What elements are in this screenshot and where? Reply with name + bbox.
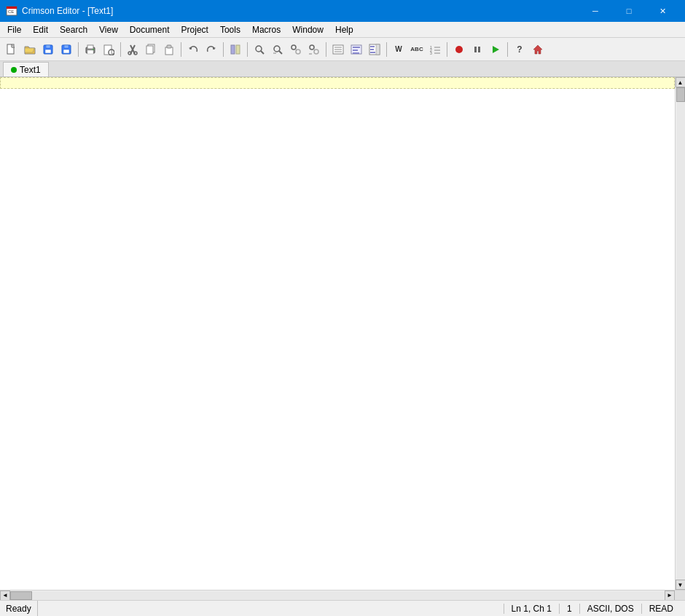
status-encoding: ASCII, DOS — [579, 604, 641, 614]
window-title: Crimson Editor - [Text1] — [22, 6, 579, 16]
menu-document[interactable]: Document — [124, 22, 176, 37]
scroll-track-horizontal[interactable] — [10, 591, 665, 600]
tab-label: Text1 — [20, 65, 41, 75]
svg-point-20 — [128, 52, 131, 55]
toolbar-clip-text[interactable] — [348, 41, 365, 58]
toolbar-save[interactable] — [58, 41, 75, 58]
toolbar-replace[interactable] — [287, 41, 305, 58]
svg-rect-45 — [353, 47, 360, 48]
toolbar-save-all[interactable] — [39, 41, 57, 58]
minimize-button[interactable]: ─ — [579, 0, 612, 22]
toolbar-line-numbers[interactable]: 123 — [426, 41, 444, 58]
status-ready-text: Ready — [6, 604, 31, 614]
scroll-thumb-horizontal[interactable] — [10, 591, 32, 600]
horizontal-scrollbar: ◄ ► — [0, 590, 685, 600]
menu-tools[interactable]: Tools — [214, 22, 246, 37]
toolbar-sep-4 — [223, 42, 224, 57]
scroll-corner — [675, 591, 685, 601]
scroll-thumb-vertical[interactable] — [676, 87, 685, 102]
svg-rect-1 — [7, 7, 17, 9]
toolbar-print[interactable] — [82, 41, 99, 58]
svg-rect-6 — [46, 45, 50, 48]
menu-bar: File Edit Search View Document Project T… — [0, 22, 685, 38]
menu-macros[interactable]: Macros — [246, 22, 286, 37]
toolbar-find-in-files[interactable] — [269, 41, 286, 58]
scroll-down-button[interactable]: ▼ — [676, 580, 686, 590]
toolbar-new[interactable] — [3, 41, 20, 58]
close-button[interactable]: ✕ — [646, 0, 679, 22]
scroll-up-button[interactable]: ▲ — [676, 77, 686, 87]
toolbar-undo[interactable] — [184, 41, 202, 58]
toolbar-spell-check[interactable]: ABC — [408, 41, 426, 58]
svg-text:3: 3 — [430, 51, 432, 55]
toolbar-help[interactable]: ? — [511, 41, 528, 58]
toolbar-sep-7 — [386, 42, 387, 57]
tab-bar: Text1 — [0, 61, 685, 77]
toolbar-sep-8 — [447, 42, 447, 57]
svg-rect-50 — [370, 46, 375, 47]
status-mode-text: READ — [649, 604, 673, 614]
toolbar-find[interactable] — [251, 41, 268, 58]
toolbar-sep-6 — [326, 42, 326, 57]
maximize-button[interactable]: □ — [612, 0, 646, 22]
svg-rect-46 — [353, 50, 358, 51]
status-encoding-text: ASCII, DOS — [587, 604, 634, 614]
toolbar-cut[interactable] — [124, 41, 141, 58]
status-position-text: Ln 1, Ch 1 — [512, 604, 552, 614]
menu-edit[interactable]: Edit — [27, 22, 54, 37]
svg-rect-23 — [146, 46, 153, 54]
menu-project[interactable]: Project — [176, 22, 214, 37]
menu-window[interactable]: Window — [286, 22, 329, 37]
toolbar-paste[interactable] — [160, 41, 178, 58]
editor-area[interactable]: ▲ ▼ — [0, 77, 685, 590]
toolbar-sep-2 — [120, 42, 121, 57]
toolbar-open[interactable] — [21, 41, 39, 58]
status-mode: READ — [641, 604, 681, 614]
app-icon: CE — [6, 5, 17, 17]
svg-line-31 — [261, 51, 264, 54]
toolbar-home[interactable] — [529, 41, 547, 58]
svg-rect-60 — [474, 47, 477, 52]
tab-text1[interactable]: Text1 — [3, 62, 49, 76]
toolbar-doc-map[interactable] — [366, 41, 383, 58]
svg-rect-10 — [63, 50, 69, 53]
tab-dot — [11, 67, 17, 73]
svg-line-33 — [279, 51, 282, 54]
title-bar: CE Crimson Editor - [Text1] ─ □ ✕ — [0, 0, 685, 22]
menu-search[interactable]: Search — [54, 22, 93, 37]
svg-text:CE: CE — [8, 9, 14, 14]
toolbar-record-macro[interactable] — [450, 41, 468, 58]
toolbar-function-list[interactable] — [329, 41, 347, 58]
toolbar-word-wrap[interactable]: W — [390, 41, 407, 58]
toolbar-sep-9 — [507, 42, 508, 57]
editor-container: ▲ ▼ ◄ ► — [0, 77, 685, 600]
svg-rect-9 — [64, 45, 68, 48]
scroll-track-vertical[interactable] — [676, 87, 685, 580]
svg-rect-47 — [353, 52, 359, 54]
toolbar-redo[interactable] — [203, 41, 220, 58]
menu-help[interactable]: Help — [329, 22, 359, 37]
status-ready: Ready — [4, 601, 38, 616]
svg-marker-63 — [533, 45, 542, 54]
menu-view[interactable]: View — [93, 22, 124, 37]
toolbar-pause-macro[interactable] — [469, 41, 486, 58]
svg-rect-13 — [87, 50, 93, 54]
svg-rect-61 — [478, 47, 480, 52]
status-column-text: 1 — [567, 604, 572, 614]
scroll-left-button[interactable]: ◄ — [0, 591, 10, 601]
toolbar-column-mode[interactable] — [227, 41, 244, 58]
svg-rect-28 — [231, 45, 235, 54]
menu-file[interactable]: File — [1, 22, 27, 37]
toolbar-print-preview[interactable] — [100, 41, 117, 58]
svg-point-21 — [134, 52, 137, 55]
toolbar-replace-in-files[interactable] — [305, 41, 323, 58]
toolbar-play-macro[interactable] — [487, 41, 504, 58]
svg-point-14 — [93, 49, 94, 50]
svg-point-32 — [274, 46, 280, 52]
svg-rect-52 — [370, 52, 375, 53]
toolbar-copy[interactable] — [142, 41, 160, 58]
scroll-right-button[interactable]: ► — [665, 591, 675, 601]
svg-rect-12 — [87, 45, 93, 49]
svg-rect-29 — [236, 45, 240, 54]
svg-rect-51 — [370, 49, 374, 50]
